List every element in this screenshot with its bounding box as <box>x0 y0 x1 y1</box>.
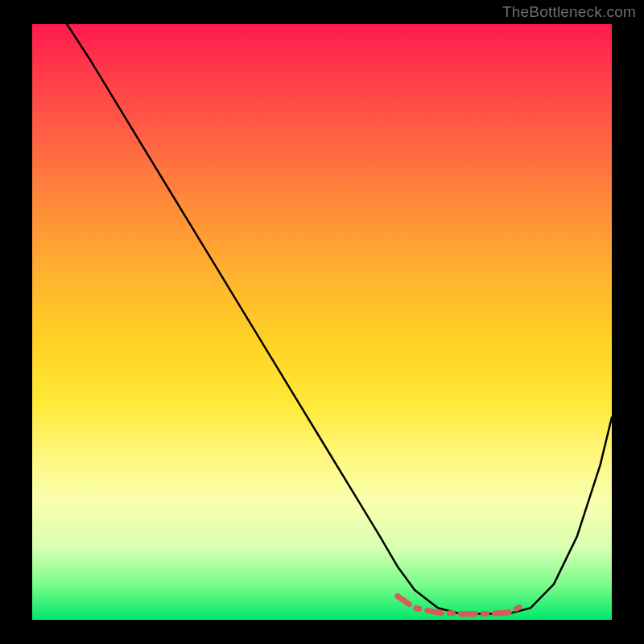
watermark-text: TheBottleneck.com <box>502 3 636 21</box>
main-curve-path <box>67 24 612 614</box>
chart-plot-area <box>32 24 612 620</box>
chart-svg <box>32 24 612 620</box>
chart-frame: TheBottleneck.com <box>0 0 644 644</box>
valley-dashed-path <box>398 596 525 613</box>
